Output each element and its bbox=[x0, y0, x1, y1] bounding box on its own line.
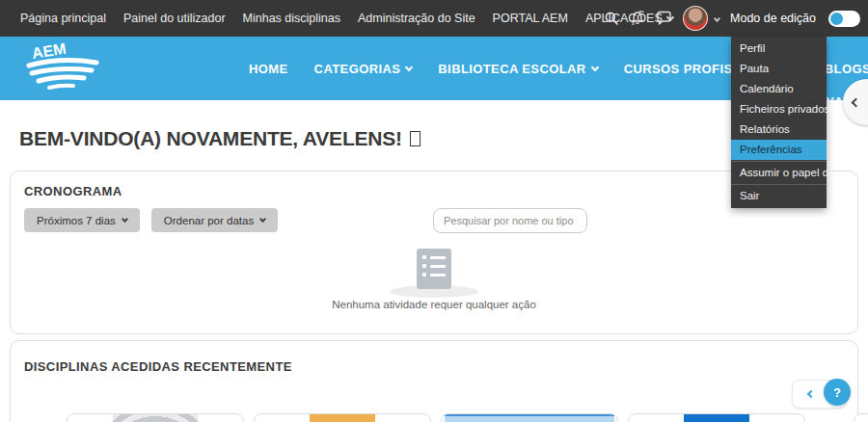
nav-site-admin-link[interactable]: Administração do Site bbox=[349, 12, 484, 25]
menu-item-pauta[interactable]: Pauta bbox=[731, 59, 827, 79]
course-thumbnail bbox=[310, 414, 375, 422]
menu-item-perfil[interactable]: Perfil bbox=[731, 39, 827, 59]
course-thumbnail bbox=[445, 414, 614, 422]
user-avatar[interactable] bbox=[683, 6, 708, 31]
menu-item-assumir-papel[interactable]: Assumir o papel de... bbox=[731, 163, 827, 183]
course-card[interactable] bbox=[628, 413, 805, 422]
menu-divider bbox=[731, 161, 827, 162]
menu-item-relatorios[interactable]: Relatórios bbox=[731, 119, 827, 140]
day-filter-dropdown[interactable]: Próximos 7 dias bbox=[24, 208, 140, 232]
header-nav-blogs[interactable]: BLOGS bbox=[825, 62, 868, 76]
user-menu-chevron-icon[interactable] bbox=[714, 14, 720, 21]
toggle-knob bbox=[830, 13, 843, 25]
course-card[interactable] bbox=[441, 413, 618, 422]
course-thumbnail bbox=[684, 414, 749, 422]
help-button[interactable]: ? bbox=[824, 379, 851, 406]
missing-glyph-box bbox=[410, 131, 420, 146]
messages-chat-icon[interactable] bbox=[654, 9, 673, 28]
nav-dashboard-link[interactable]: Painel do utilizador bbox=[115, 12, 234, 25]
recent-courses-card: DISCIPLINAS ACEDIDAS RECENTEMENTE ? bbox=[10, 340, 858, 422]
chevron-down-icon bbox=[405, 63, 413, 70]
chevron-down-icon bbox=[259, 216, 266, 223]
welcome-heading: BEM-VINDO(A) NOVAMENTE, AVELENS! bbox=[19, 127, 420, 150]
menu-item-ficheiros-privados[interactable]: Ficheiros privados bbox=[731, 99, 827, 119]
empty-state-message: Nenhuma atividade requer qualquer ação bbox=[11, 299, 857, 310]
edit-mode-toggle[interactable] bbox=[828, 11, 860, 27]
user-dropdown-menu: Perfil Pauta Calendário Ficheiros privad… bbox=[731, 37, 827, 208]
empty-list-icon bbox=[417, 249, 451, 289]
timeline-filters: Próximos 7 dias Ordenar por datas bbox=[24, 208, 278, 232]
top-nav-items: Página principal Painel do utilizador Mi… bbox=[0, 12, 682, 25]
nav-home-link[interactable]: Página principal bbox=[12, 12, 115, 25]
chevron-left-icon bbox=[807, 390, 815, 398]
menu-item-sair[interactable]: Sair bbox=[731, 186, 827, 206]
sort-filter-dropdown[interactable]: Ordenar por datas bbox=[151, 208, 278, 232]
course-card[interactable] bbox=[854, 413, 868, 422]
course-card[interactable] bbox=[67, 413, 244, 422]
nav-my-courses-link[interactable]: Minhas disciplinas bbox=[234, 12, 349, 25]
course-card-row bbox=[11, 413, 859, 422]
top-nav-right: Modo de edição bbox=[602, 0, 860, 37]
notifications-bell-icon[interactable] bbox=[628, 9, 647, 28]
nav-portal-aem-link[interactable]: PORTAL AEM bbox=[484, 12, 577, 25]
menu-divider bbox=[731, 184, 827, 185]
header-nav-biblioteca[interactable]: BIBLIOTECA ESCOLAR bbox=[438, 62, 597, 76]
top-navbar: Página principal Painel do utilizador Mi… bbox=[0, 0, 868, 37]
timeline-search-input[interactable] bbox=[433, 208, 587, 233]
search-icon[interactable] bbox=[602, 9, 621, 28]
edit-mode-label: Modo de edição bbox=[730, 12, 816, 25]
timeline-title: CRONOGRAMA bbox=[24, 184, 122, 198]
course-card[interactable] bbox=[254, 413, 431, 422]
chevron-left-icon bbox=[852, 97, 861, 107]
course-thumbnail bbox=[113, 414, 198, 422]
menu-item-calendario[interactable]: Calendário bbox=[731, 79, 827, 99]
header-nav-home[interactable]: HOME bbox=[249, 62, 288, 76]
timeline-empty-state: Nenhuma atividade requer qualquer ação bbox=[11, 249, 857, 310]
header-nav-categorias[interactable]: CATEGORIAS bbox=[314, 62, 413, 76]
recent-courses-title: DISCIPLINAS ACEDIDAS RECENTEMENTE bbox=[24, 359, 292, 374]
aem-logo[interactable]: AEM bbox=[23, 42, 100, 98]
chevron-down-icon bbox=[590, 63, 598, 70]
chevron-down-icon bbox=[122, 216, 128, 223]
menu-item-preferencias[interactable]: Preferências bbox=[731, 140, 827, 160]
